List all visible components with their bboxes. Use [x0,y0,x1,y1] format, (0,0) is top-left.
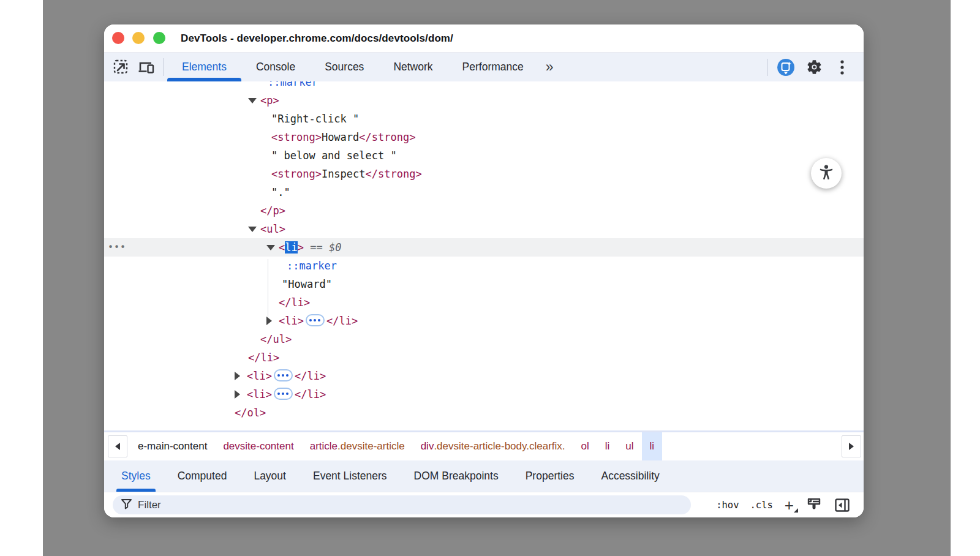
row-actions-dots-icon[interactable]: ••• [108,238,126,257]
breadcrumb-item[interactable]: devsite-content [215,432,301,460]
expand-arrow-right-icon[interactable] [235,372,240,380]
dom-tree-row[interactable]: <p> [104,91,864,110]
toolbar-spacer [561,53,764,81]
tab-elements[interactable]: Elements [167,53,241,81]
token-tag: </li> [248,351,279,364]
window-title: DevTools - developer.chrome.com/docs/dev… [181,24,453,53]
breadcrumb-scroll-right-button[interactable] [842,435,861,457]
crumb-tag: li [605,440,610,453]
tab-network[interactable]: Network [379,53,447,81]
device-toolbar-button[interactable] [136,53,157,81]
crumb-tag: li [650,440,655,453]
tab-console[interactable]: Console [241,53,310,81]
breadcrumb-scroll-left-button[interactable] [108,435,127,457]
dom-tree-row[interactable]: <li></li> [104,312,864,330]
token-tag: < [279,241,285,254]
collapsed-content-ellipsis-button[interactable] [274,388,293,400]
right-arrow-icon [849,443,854,450]
dom-tree-row[interactable]: ::marker [104,257,864,275]
dom-tree-row[interactable]: "." [104,183,864,201]
dom-tree-row[interactable]: "Howard" [104,275,864,293]
token-tag: </li> [326,315,358,327]
token-text: Howard [322,131,359,143]
dom-tree-row[interactable]: "Right-click " [104,110,864,128]
expand-arrow-down-icon[interactable] [248,98,257,103]
left-arrow-icon [115,443,120,450]
tab-performance[interactable]: Performance [448,53,538,81]
toggle-sidebar-button[interactable] [832,498,853,513]
token-tag: <strong> [271,131,322,143]
breadcrumb-item[interactable]: div.devsite-article-body.clearfix. [413,432,573,460]
crumb-tag: devsite-content [223,440,293,453]
devtools-window: DevTools - developer.chrome.com/docs/dev… [104,24,864,517]
token-meta: == [304,241,329,254]
main-menu-button[interactable] [832,59,853,76]
styles-tab-computed[interactable]: Computed [164,460,241,492]
collapsed-content-ellipsis-button[interactable] [306,314,325,326]
zoom-button[interactable] [153,32,165,44]
styles-tab-properties[interactable]: Properties [512,460,588,492]
devtools-toolbar: ElementsConsoleSourcesNetworkPerformance… [104,53,864,81]
breadcrumb-item[interactable]: ul [617,432,641,460]
dom-tree-row[interactable]: " below and select " [104,146,864,165]
ai-assistance-button[interactable] [775,58,796,77]
breadcrumb-item[interactable]: article.devsite-article [302,432,413,460]
styles-tab-dom-breakpoints[interactable]: DOM Breakpoints [401,460,512,492]
filter-bar-controls: :hov .cls + [712,497,855,514]
dom-tree-row[interactable]: <li></li> [104,367,864,385]
breadcrumb-item[interactable]: ol [573,432,597,460]
devtools-tabs: ElementsConsoleSourcesNetworkPerformance [167,53,538,81]
settings-button[interactable] [804,59,824,75]
token-tag: <li> [247,388,272,400]
dom-tree-row[interactable]: <ul> [104,220,864,238]
rendering-brush-button[interactable] [804,497,824,513]
token-text: "Right-click " [271,113,359,125]
dom-tree-row[interactable]: </p> [104,201,864,220]
styles-tab-styles[interactable]: Styles [108,460,164,492]
token-text: "Howard" [282,278,332,290]
tab-sources[interactable]: Sources [310,53,379,81]
dom-tree-row[interactable]: ::marker [104,81,864,91]
breadcrumb-item[interactable]: li [597,432,618,460]
crumb-tag: ul [625,440,633,453]
dom-tree-row[interactable]: </ul> [104,330,864,348]
token-tag: </p> [260,205,285,217]
styles-tab-event-listeners[interactable]: Event Listeners [300,460,401,492]
token-text: " below and select " [271,149,397,162]
toolbar-divider [163,58,164,76]
styles-tab-layout[interactable]: Layout [240,460,300,492]
breadcrumb-item[interactable]: li [642,432,663,460]
dom-tree-row[interactable]: <strong>Howard</strong> [104,128,864,146]
inspect-element-button[interactable] [110,53,131,81]
dom-tree-row[interactable]: <li></li> [104,385,864,404]
dom-tree-row[interactable]: <strong>Inspect</strong> [104,165,864,183]
more-tabs-button[interactable]: » [538,53,561,81]
token-tag: </li> [295,388,326,400]
inspect-element-icon [113,59,129,75]
expand-arrow-right-icon[interactable] [235,390,240,399]
styles-panel-tabs: StylesComputedLayoutEvent ListenersDOM B… [104,460,864,492]
expand-arrow-down-icon[interactable] [266,245,275,250]
dom-tree-row[interactable]: </ol> [104,404,864,422]
expand-arrow-right-icon[interactable] [266,317,272,325]
dom-tree-row[interactable]: </li> [104,293,864,312]
expand-arrow-down-icon[interactable] [248,227,257,232]
new-style-rule-button[interactable]: + [780,497,799,514]
crumb-plain: e-main-content [138,440,207,453]
styles-filter-bar: :hov .cls + [104,492,864,517]
token-pseudo: ::marker [287,260,337,272]
token-pseudo: ::marker [268,81,318,88]
close-button[interactable] [112,32,124,44]
styles-filter-input[interactable] [138,499,683,511]
toggle-hov-button[interactable]: :hov [712,500,743,511]
crumb-cls: .devsite-article [337,440,405,453]
toggle-cls-button[interactable]: .cls [745,500,777,511]
minimize-button[interactable] [132,32,145,44]
collapsed-content-ellipsis-button[interactable] [274,369,293,381]
dom-tree-row[interactable]: </li> [104,348,864,367]
breadcrumb-item[interactable]: e-main-content [130,432,215,460]
crumb-tag: article [310,440,337,453]
device-toolbar-icon [138,59,155,75]
styles-tab-accessibility[interactable]: Accessibility [587,460,673,492]
dom-tree-row[interactable]: •••<li> == $0 [104,238,864,257]
